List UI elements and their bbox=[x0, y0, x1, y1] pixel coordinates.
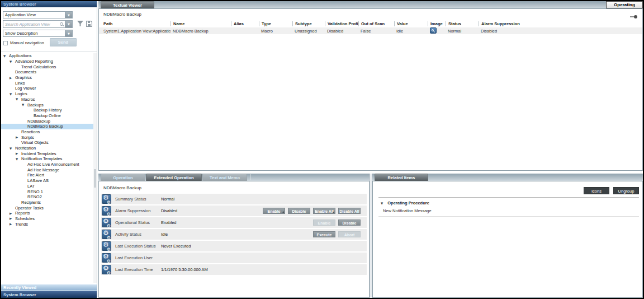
tree-item-backups[interactable]: ▼Backups bbox=[1, 102, 93, 108]
pin-icon[interactable] bbox=[630, 15, 638, 18]
split-button-indicator bbox=[282, 211, 284, 213]
disable-button[interactable]: Disable bbox=[288, 208, 310, 214]
object-table: PathNameAliasTypeSubtypeValidation Profi… bbox=[99, 20, 642, 34]
tree-item-log-viewer[interactable]: Log Viewer bbox=[1, 86, 93, 91]
collapsed-icon[interactable]: ▶ bbox=[16, 136, 21, 139]
send-button[interactable]: Send bbox=[50, 38, 77, 46]
tree-item-schedules[interactable]: ▶Schedules bbox=[1, 216, 93, 222]
operation-body: NDBMacro Backup ⚙⚙Summary StatusNormal⚙⚙… bbox=[98, 181, 370, 298]
recently-viewed-bar[interactable]: Recently Viewed bbox=[1, 284, 97, 291]
magnifier-icon[interactable] bbox=[430, 27, 437, 34]
tree-scrollbar[interactable] bbox=[93, 53, 97, 283]
tree-item-ad-hoc-message[interactable]: Ad Hoc Message bbox=[1, 167, 93, 172]
column-header-value[interactable]: Value bbox=[394, 21, 428, 26]
expanded-icon[interactable]: ▼ bbox=[10, 60, 15, 63]
tree-item-lasave-as[interactable]: LASave AS bbox=[1, 178, 93, 184]
tab-related-items[interactable]: Related Items bbox=[375, 174, 428, 181]
tree-item-macros[interactable]: ▼Macros bbox=[1, 97, 93, 102]
column-header-name[interactable]: Name bbox=[171, 21, 231, 26]
collapsed-icon[interactable]: ▶ bbox=[10, 212, 15, 215]
tab-separator bbox=[250, 174, 250, 180]
system-browser-bar[interactable]: System Browser bbox=[1, 291, 97, 298]
search-input[interactable]: Search Application View ▼ bbox=[3, 20, 73, 28]
search-placeholder: Search Application View bbox=[3, 22, 60, 27]
tree-item-label: Applications bbox=[9, 53, 31, 58]
tab-operation[interactable]: Operation bbox=[101, 174, 145, 181]
tree-item-advanced-reporting[interactable]: ▼Advanced Reporting bbox=[1, 59, 93, 64]
save-icon[interactable] bbox=[86, 21, 92, 27]
tree-item-ndbmacro-backup[interactable]: NDBMacro Backup bbox=[1, 124, 93, 129]
chevron-down-icon[interactable]: ▼ bbox=[65, 21, 72, 27]
tree-item-documents[interactable]: Documents bbox=[1, 69, 93, 75]
enable-all-button[interactable]: Enable All bbox=[313, 208, 335, 214]
expanded-icon[interactable]: ▼ bbox=[10, 147, 15, 150]
tree-item-backup-online[interactable]: Backup Online bbox=[1, 113, 93, 119]
collapsed-icon[interactable]: ▶ bbox=[10, 76, 15, 80]
expanded-icon[interactable]: ▼ bbox=[16, 157, 21, 161]
column-header-status[interactable]: Status bbox=[446, 21, 479, 26]
column-header-type[interactable]: Type bbox=[259, 21, 292, 26]
icons-button[interactable]: Icons bbox=[584, 187, 609, 194]
manual-navigation-checkbox[interactable] bbox=[3, 41, 8, 45]
column-header-alias[interactable]: Alias bbox=[231, 21, 259, 26]
chevron-down-icon[interactable]: ▼ bbox=[65, 12, 72, 18]
collapsed-icon[interactable]: ▶ bbox=[16, 152, 21, 155]
tab-extended-operation[interactable]: Extended Operation bbox=[146, 174, 202, 181]
table-row[interactable]: System1.Application View:Applicatio...ND… bbox=[99, 27, 642, 34]
expanded-icon[interactable]: ▼ bbox=[22, 103, 27, 106]
view-selector[interactable]: Application View ▼ bbox=[3, 11, 73, 18]
tree-item-lat[interactable]: LAT bbox=[1, 184, 93, 189]
tree-item-recipients[interactable]: Recipients bbox=[1, 200, 93, 205]
tree-item-trend-calculations[interactable]: Trend Calculations bbox=[1, 64, 93, 69]
expanded-icon[interactable]: ▼ bbox=[3, 54, 9, 58]
related-item-link[interactable]: New Notification Message bbox=[383, 208, 432, 213]
ungroup-button[interactable]: Ungroup bbox=[613, 187, 639, 194]
tree-item-reno-1[interactable]: RENO 1 bbox=[1, 189, 93, 194]
column-header-validation-profile[interactable]: Validation Profile bbox=[325, 21, 358, 26]
tree-scrollbar-thumb[interactable] bbox=[94, 169, 96, 188]
expanded-icon[interactable]: ▼ bbox=[16, 97, 21, 101]
tree-item-logics[interactable]: ▼Logics bbox=[1, 91, 93, 97]
tree-item-virtual-objects[interactable]: Virtual Objects bbox=[1, 140, 93, 146]
column-header-alarm-suppression[interactable]: Alarm Suppression bbox=[479, 21, 642, 26]
tree-item-trends[interactable]: ▶Trends bbox=[1, 221, 93, 227]
cell-alarm-suppression: Disabled bbox=[479, 29, 642, 34]
filter-icon[interactable] bbox=[77, 21, 83, 27]
tree-item-notification[interactable]: ▼Notification bbox=[1, 146, 93, 151]
column-header-subtype[interactable]: Subtype bbox=[292, 21, 325, 26]
tree-item-scripts[interactable]: ▶Scripts bbox=[1, 134, 93, 140]
property-label: Operational Status bbox=[115, 220, 161, 225]
tree-item-ndbbackup[interactable]: NDBBackup bbox=[1, 118, 93, 124]
operating-button[interactable]: Operating bbox=[606, 1, 643, 8]
column-header-image[interactable]: Image bbox=[428, 21, 446, 26]
column-header-out-of-scan[interactable]: Out of Scan bbox=[358, 21, 394, 26]
tree-item-notification-templates[interactable]: ▼Notification Templates bbox=[1, 156, 93, 162]
tree-item-links[interactable]: Links bbox=[1, 80, 93, 86]
tree-item-fire-alert[interactable]: Fire Alert bbox=[1, 172, 93, 178]
tree-item-applications[interactable]: ▼Applications bbox=[1, 53, 93, 59]
collapsed-icon[interactable]: ▶ bbox=[10, 217, 15, 220]
column-header-path[interactable]: Path bbox=[101, 21, 171, 26]
chevron-down-icon[interactable]: ▼ bbox=[65, 30, 72, 36]
tree-item-backup-history[interactable]: Backup History bbox=[1, 108, 93, 113]
expanded-icon[interactable]: ▼ bbox=[10, 92, 15, 96]
tree-item-reno2[interactable]: RENO2 bbox=[1, 194, 93, 200]
gear-icon: ⚙⚙ bbox=[102, 265, 111, 274]
tree-item-incident-templates[interactable]: ▶Incident Templates bbox=[1, 151, 93, 156]
tree-item-graphics[interactable]: ▶Graphics bbox=[1, 75, 93, 81]
disable-button[interactable]: Disable bbox=[338, 219, 361, 226]
system-browser-panel: System Browser Application View ▼ Search… bbox=[1, 1, 97, 298]
execute-button[interactable]: Execute bbox=[313, 231, 335, 237]
tree-item-operator-tasks[interactable]: Operator Tasks bbox=[1, 205, 93, 211]
description-selector[interactable]: Show Description ▼ bbox=[3, 30, 73, 37]
tree-item-reactions[interactable]: Reactions bbox=[1, 129, 93, 135]
disable-all-button[interactable]: Disable All bbox=[338, 208, 361, 214]
tab-text-and-memo[interactable]: Text and Memo bbox=[202, 174, 247, 181]
tab-textual-viewer[interactable]: Textual Viewer bbox=[101, 1, 154, 8]
tree-item-ad-hoc-live-announcement[interactable]: Ad Hoc Live Announcement bbox=[1, 162, 93, 167]
tree-item-reports[interactable]: ▶Reports bbox=[1, 211, 93, 216]
collapsed-icon[interactable]: ▶ bbox=[10, 222, 15, 226]
collapse-icon[interactable]: ▼ bbox=[381, 202, 383, 205]
enable-button[interactable]: Enable bbox=[263, 208, 285, 214]
operating-procedure-group[interactable]: ▼ Operating Procedure bbox=[381, 200, 429, 205]
